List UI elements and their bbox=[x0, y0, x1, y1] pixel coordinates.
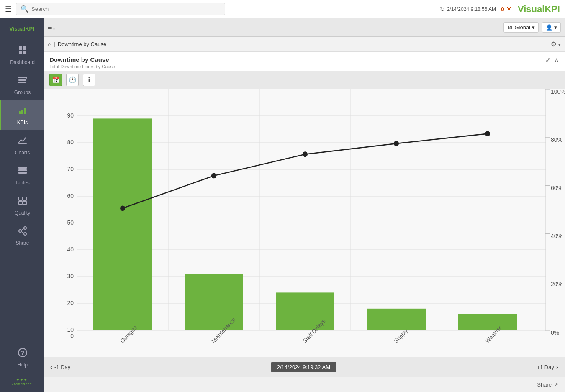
user-selector[interactable]: 👤 ▾ bbox=[542, 22, 561, 33]
help-icon: ? bbox=[18, 348, 28, 360]
alert-eye-icon[interactable]: 👁 bbox=[506, 5, 513, 13]
sidebar-item-help[interactable]: ? Help bbox=[0, 342, 44, 372]
svg-rect-15 bbox=[19, 197, 22, 200]
svg-rect-5 bbox=[18, 79, 26, 81]
bar-outages bbox=[93, 118, 152, 330]
sidebar-item-groups[interactable]: Groups bbox=[0, 69, 44, 100]
breadcrumb-right: ⚙ ▾ bbox=[551, 40, 561, 48]
top-bar-right: ↻ 2/14/2024 9:18:56 AM 0 👁 VisualKPI bbox=[440, 4, 560, 15]
svg-rect-3 bbox=[23, 51, 26, 54]
collapse-icon[interactable]: ∧ bbox=[554, 56, 559, 64]
line-dot-weather bbox=[485, 131, 490, 136]
share-label: Share bbox=[537, 382, 552, 388]
sidebar-item-dashboard[interactable]: Dashboard bbox=[0, 39, 44, 69]
svg-rect-2 bbox=[19, 51, 22, 54]
home-icon[interactable]: ⌂ bbox=[48, 41, 51, 48]
chart-svg: 90 80 70 60 50 40 30 20 10 0 100% 80% 60… bbox=[44, 89, 565, 357]
sidebar-item-share[interactable]: Share bbox=[0, 220, 44, 250]
transpara-text: ✦✦✦Transpara bbox=[11, 378, 32, 386]
info-button[interactable]: ℹ bbox=[83, 74, 95, 86]
sidebar-item-quality[interactable]: Quality bbox=[0, 190, 44, 220]
sidebar-logo: VisualKPI bbox=[0, 18, 44, 39]
svg-line-22 bbox=[21, 232, 24, 233]
line-dot-maintenance bbox=[211, 173, 216, 179]
sort-icon[interactable]: ≡↓ bbox=[48, 23, 56, 32]
svg-point-21 bbox=[24, 233, 26, 235]
svg-rect-16 bbox=[23, 197, 26, 200]
footer-row: Share ↗ bbox=[44, 377, 565, 392]
svg-rect-13 bbox=[18, 169, 27, 171]
svg-text:80: 80 bbox=[67, 139, 74, 146]
sidebar-item-tables[interactable]: Tables bbox=[0, 160, 44, 190]
alert-number: 0 bbox=[501, 6, 504, 13]
share-button[interactable]: Share ↗ bbox=[537, 382, 558, 388]
search-icon: 🔍 bbox=[21, 5, 29, 13]
logo-prefix: Visual bbox=[518, 4, 544, 14]
search-input[interactable] bbox=[31, 6, 221, 12]
main-layout: VisualKPI Dashboard bbox=[0, 18, 565, 392]
nav-next-button[interactable]: +1 Day › bbox=[537, 363, 558, 372]
chart-header: Downtime by Cause Total Downtime Hours b… bbox=[44, 52, 565, 71]
bar-weather bbox=[458, 314, 517, 330]
sidebar-logo-prefix: Visual bbox=[9, 26, 25, 32]
clock-button[interactable]: 🕐 bbox=[66, 74, 79, 86]
tables-icon bbox=[18, 166, 28, 178]
expand-icon[interactable]: ⤢ bbox=[545, 56, 551, 64]
sidebar-logo-text: VisualKPI bbox=[9, 26, 34, 32]
sidebar: VisualKPI Dashboard bbox=[0, 18, 44, 392]
svg-rect-18 bbox=[23, 201, 26, 205]
quality-icon bbox=[18, 196, 28, 208]
prev-arrow-icon: ‹ bbox=[50, 363, 53, 372]
svg-rect-4 bbox=[18, 77, 26, 78]
svg-rect-14 bbox=[18, 172, 27, 174]
calendar-button[interactable]: 📅 bbox=[49, 74, 62, 86]
svg-text:?: ? bbox=[21, 350, 24, 356]
sidebar-item-kpis[interactable]: KPIs bbox=[0, 100, 44, 130]
bar-staff-delays bbox=[276, 292, 334, 330]
chart-header-actions: ⤢ ∧ bbox=[545, 56, 559, 64]
transpara-logo: ✦✦✦Transpara bbox=[11, 372, 32, 392]
bottom-nav: ‹ -1 Day 2/14/2024 9:19:32 AM +1 Day › bbox=[44, 357, 565, 377]
svg-text:20: 20 bbox=[67, 300, 74, 307]
svg-text:70: 70 bbox=[67, 166, 74, 173]
logo-suffix: KPI bbox=[544, 4, 560, 14]
chart-controls: 📅 🕐 ℹ bbox=[44, 71, 565, 89]
global-selector[interactable]: 🖥 Global ▾ bbox=[503, 22, 539, 33]
chart-panel: Downtime by Cause Total Downtime Hours b… bbox=[44, 52, 565, 377]
hamburger-icon[interactable]: ☰ bbox=[5, 5, 12, 14]
svg-rect-1 bbox=[23, 46, 26, 50]
svg-rect-17 bbox=[19, 201, 22, 205]
line-dot-outages bbox=[120, 205, 125, 211]
search-box[interactable]: 🔍 bbox=[16, 3, 225, 15]
svg-rect-9 bbox=[21, 110, 23, 114]
settings-icon[interactable]: ⚙ bbox=[551, 41, 557, 48]
svg-line-23 bbox=[21, 229, 24, 231]
svg-rect-7 bbox=[26, 77, 27, 79]
sidebar-logo-suffix: KPI bbox=[25, 26, 34, 32]
sidebar-item-label-tables: Tables bbox=[15, 180, 30, 186]
sidebar-item-label-share: Share bbox=[15, 240, 29, 246]
alert-count: 0 👁 bbox=[501, 5, 513, 13]
svg-rect-10 bbox=[24, 108, 26, 114]
groups-icon bbox=[18, 75, 28, 88]
sidebar-item-charts[interactable]: Charts bbox=[0, 130, 44, 160]
breadcrumb-bar: ⌂ | Downtime by Cause ⚙ ▾ bbox=[44, 37, 565, 52]
svg-rect-0 bbox=[19, 46, 22, 50]
charts-icon bbox=[18, 136, 28, 148]
chart-title: Downtime by Cause bbox=[49, 56, 545, 63]
refresh-icon[interactable]: ↻ bbox=[440, 6, 445, 13]
sidebar-item-label-kpis: KPIs bbox=[17, 120, 28, 126]
chart-subtitle: Total Downtime Hours by Cause bbox=[49, 64, 545, 69]
chart-title-group: Downtime by Cause Total Downtime Hours b… bbox=[49, 56, 545, 69]
svg-point-20 bbox=[19, 230, 21, 232]
line-dot-staff-delays bbox=[303, 151, 308, 157]
settings-chevron: ▾ bbox=[558, 42, 561, 47]
svg-text:60%: 60% bbox=[551, 184, 562, 192]
nav-prev-button[interactable]: ‹ -1 Day bbox=[50, 363, 70, 372]
user-chevron: ▾ bbox=[554, 24, 557, 31]
monitor-icon: 🖥 bbox=[507, 24, 513, 31]
svg-rect-12 bbox=[18, 167, 27, 169]
sidebar-item-label-groups: Groups bbox=[14, 90, 31, 95]
svg-rect-8 bbox=[19, 111, 21, 114]
svg-text:0%: 0% bbox=[551, 329, 559, 336]
